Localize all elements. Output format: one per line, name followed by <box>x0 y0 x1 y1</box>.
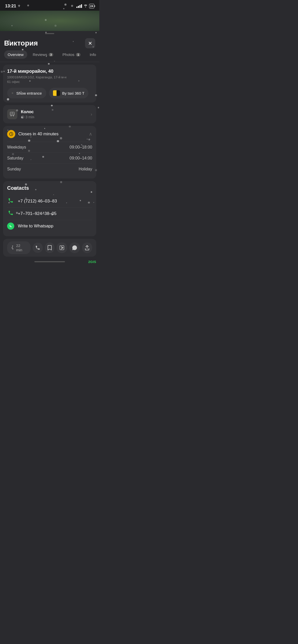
svg-point-12 <box>12 246 13 246</box>
walk-time-button[interactable]: 22 min <box>7 241 31 254</box>
clock-icon <box>7 130 15 138</box>
route-action-button[interactable] <box>57 242 67 253</box>
whatsapp-action-button[interactable] <box>69 242 80 253</box>
signal-icon <box>76 4 82 8</box>
call-action-button[interactable] <box>33 243 43 253</box>
contact-phone-2[interactable]: +7–701–924–38–05 <box>7 207 92 220</box>
closes-text: Closes in 40 minutes <box>18 131 86 137</box>
close-button[interactable] <box>85 38 95 48</box>
tab-overview[interactable]: Overview <box>4 50 27 59</box>
tab-photos[interactable]: Photos 1 <box>59 50 84 59</box>
hours-row-weekdays: Weekdays 09:00–18:00 <box>7 142 92 153</box>
svg-point-6 <box>13 115 14 116</box>
whatsapp-label: Write to Whatsapp <box>18 224 53 229</box>
hours-card: Closes in 40 minutes ∧ Weekdays 09:00–18… <box>3 126 96 179</box>
place-header: Виктория <box>0 34 99 50</box>
transit-info: Колос 3 min <box>21 109 87 119</box>
phone-icon-1 <box>7 198 14 205</box>
bottom-action-bar: 22 min <box>3 239 96 257</box>
battery-level: 24 <box>90 5 93 8</box>
transit-time: 3 min <box>21 115 87 119</box>
contact-whatsapp[interactable]: Write to Whatsapp <box>7 220 92 232</box>
svg-point-5 <box>11 115 12 116</box>
address-sub: 100018/M02K1G2, Караганда, 17-й м-н61 оф… <box>7 75 92 84</box>
whatsapp-icon <box>7 223 14 230</box>
status-right: 24 <box>76 4 94 8</box>
wifi-icon <box>84 4 88 8</box>
action-buttons: Show entrance By taxi 360 T <box>7 88 92 98</box>
tab-info[interactable]: Info <box>86 50 99 59</box>
tab-bar: Overview Reviews 3 Photos 1 Info <box>0 50 99 62</box>
hours-row-sunday: Sunday Holiday <box>7 164 92 174</box>
phone-number-1: +7 (7212) 46–03–83 <box>18 199 57 204</box>
show-entrance-button[interactable]: Show entrance <box>7 88 46 98</box>
contacts-title: Contacts <box>7 185 92 191</box>
chevron-up-icon[interactable]: ∧ <box>89 131 92 137</box>
transit-card[interactable]: Колос 3 min › <box>3 105 96 123</box>
share-action-button[interactable] <box>82 242 92 253</box>
taxi-icon <box>53 90 60 96</box>
home-indicator <box>0 259 99 266</box>
transit-bus-icon <box>7 109 17 119</box>
phone-number-2: +7–701–924–38–05 <box>18 211 57 216</box>
contacts-card: Contacts +7 (7212) 46–03–83 +7–701–924–3… <box>3 181 96 236</box>
transit-name: Колос <box>21 109 87 114</box>
chevron-right-icon: › <box>91 112 92 117</box>
battery-icon: 24 <box>89 4 94 8</box>
time-display: 13:21 <box>5 4 16 9</box>
hours-header[interactable]: Closes in 40 minutes ∧ <box>7 130 92 138</box>
phone-icon-2 <box>7 210 14 217</box>
walk-time-label: 22 min <box>16 243 27 252</box>
watermark: 2GIS <box>88 260 96 264</box>
taxi-button[interactable]: By taxi 360 T <box>49 88 88 98</box>
status-bar: 13:21 24 <box>0 0 99 11</box>
map-area[interactable] <box>0 11 99 31</box>
place-name: Виктория <box>4 39 38 47</box>
bottom-sheet: Виктория Overview Reviews 3 Photos 1 Inf… <box>0 33 99 266</box>
address-card: 17-й микрорайон, 40 100018/M02K1G2, Кара… <box>3 65 96 103</box>
hours-row-saturday: Saturday 09:00–14:00 <box>7 153 92 164</box>
tab-reviews[interactable]: Reviews 3 <box>29 50 57 59</box>
address-main: 17-й микрорайон, 40 <box>7 69 92 74</box>
contact-phone-1[interactable]: +7 (7212) 46–03–83 <box>7 195 92 207</box>
status-time: 13:21 <box>5 4 21 9</box>
bookmark-action-button[interactable] <box>45 242 55 253</box>
